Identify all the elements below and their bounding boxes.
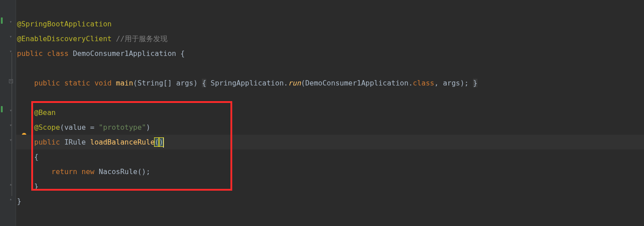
code-line: } — [16, 179, 644, 194]
fold-toggle-icon[interactable]: ▾ — [8, 48, 13, 54]
keyword: void — [94, 79, 116, 87]
code-line: public class DemoConsumer1Application { — [16, 46, 644, 61]
code-text: (DemoConsumer1Application. — [301, 79, 413, 87]
code-line: @SpringBootApplication — [16, 17, 644, 31]
brace: } — [17, 197, 21, 205]
code-text: , args); — [434, 79, 473, 87]
annotation: @Bean — [34, 108, 56, 117]
folded-brace[interactable]: } — [473, 79, 477, 87]
code-line — [16, 2, 644, 17]
attr-name: value = — [64, 123, 99, 132]
keyword: public — [17, 49, 47, 58]
code-editor[interactable]: @SpringBootApplication @EnableDiscoveryC… — [16, 0, 644, 209]
annotation: @EnableDiscoveryClient — [17, 34, 112, 43]
fold-toggle-icon[interactable]: ▴ — [8, 196, 13, 201]
constructor-call: NacosRule(); — [99, 167, 151, 176]
code-line: @Bean — [16, 105, 644, 120]
fold-toggle-icon[interactable]: ▾ — [8, 122, 13, 128]
code-line — [16, 61, 644, 76]
method-name: loadBalanceRule — [90, 138, 155, 146]
paren: ) — [146, 123, 151, 132]
keyword: static — [64, 79, 94, 87]
annotation: @Scope — [34, 123, 60, 132]
code-text: SpringApplication. — [206, 79, 288, 87]
fold-toggle-icon[interactable]: ▾ — [8, 107, 13, 113]
code-line-current: public IRule loadBalanceRule() — [16, 135, 644, 149]
code-line: { — [16, 149, 644, 164]
keyword: public — [34, 138, 64, 146]
code-line: } — [16, 194, 644, 209]
annotation: @SpringBootApplication — [17, 20, 112, 28]
run-marker-icon[interactable] — [1, 17, 3, 24]
static-method: run — [288, 79, 301, 87]
expand-fold-icon[interactable]: + — [8, 78, 13, 84]
folded-brace[interactable]: { — [202, 79, 206, 87]
text-caret — [163, 138, 164, 148]
run-marker-icon[interactable] — [1, 106, 3, 112]
keyword: new — [82, 167, 99, 176]
string-literal: "prototype" — [99, 123, 146, 132]
paren: ( — [60, 123, 64, 132]
fold-toggle-icon[interactable]: ▾ — [8, 137, 13, 142]
method-name: main — [116, 79, 134, 87]
code-line: public static void main(String[] args) {… — [16, 76, 644, 90]
brace: { — [180, 49, 185, 58]
class-name: DemoConsumer1Application — [73, 49, 180, 58]
code-line: @EnableDiscoveryClient //用于服务发现 — [16, 31, 644, 46]
keyword: class — [47, 49, 73, 58]
fold-guide-line — [12, 53, 12, 196]
fold-toggle-icon[interactable]: ▾ — [8, 34, 13, 39]
code-line: return new NacosRule(); — [16, 164, 644, 179]
params: (String[] args) — [133, 79, 202, 87]
comment: //用于服务发现 — [112, 34, 167, 43]
keyword: return — [51, 167, 81, 176]
brace: { — [34, 153, 39, 161]
fold-toggle-icon[interactable]: ▾ — [8, 19, 13, 24]
code-line — [16, 90, 644, 105]
keyword: class — [413, 79, 434, 87]
editor-gutter: ▾ ▾ ▾ + ▾ ▾ ▾ ▴ ▴ — [0, 0, 16, 226]
paren-matched: ( — [155, 138, 159, 146]
brace: } — [34, 182, 39, 191]
keyword: public — [34, 79, 64, 87]
fold-toggle-icon[interactable]: ▴ — [8, 181, 13, 187]
type: IRule — [64, 138, 90, 146]
code-line: @Scope(value = "prototype") — [16, 120, 644, 135]
